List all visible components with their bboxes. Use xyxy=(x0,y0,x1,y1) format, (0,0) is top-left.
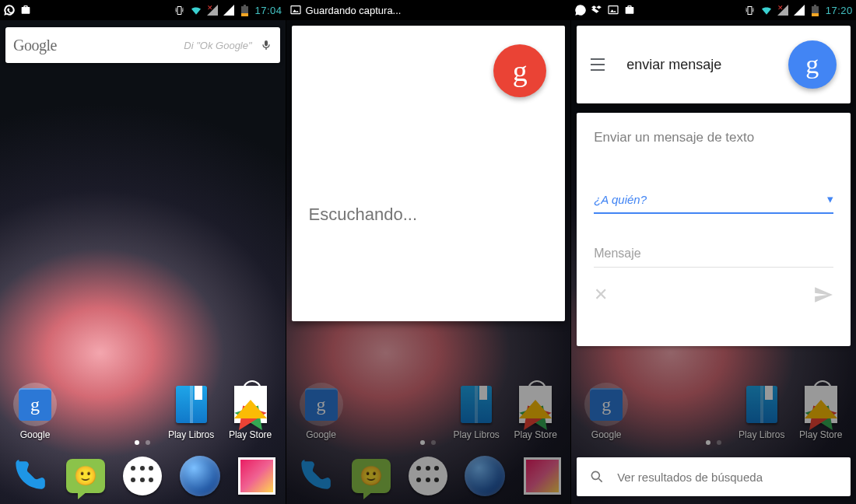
signal-x-icon: ✕ xyxy=(777,4,789,16)
app-play-store[interactable]: Play Store xyxy=(221,383,280,440)
send-icon[interactable] xyxy=(813,285,833,305)
signal-icon xyxy=(223,4,235,16)
voice-listening-card: g Escuchando... xyxy=(292,26,566,321)
briefcase-icon xyxy=(623,4,636,16)
dock-messaging[interactable]: 🙂 xyxy=(65,455,107,497)
wifi-icon xyxy=(760,4,773,16)
status-title: Guardando captura... xyxy=(306,5,402,16)
app-label: Google xyxy=(20,429,51,440)
svg-rect-10 xyxy=(814,5,816,6)
google-search-widget[interactable]: Google Di "Ok Google" xyxy=(5,27,280,63)
image-icon xyxy=(289,4,302,16)
status-clock: 17:20 xyxy=(826,5,853,16)
status-bar: ✕ 17:20 xyxy=(571,0,856,20)
app-google-folder[interactable]: g Google xyxy=(5,383,65,440)
svg-rect-2 xyxy=(241,13,248,16)
google-voice-fab[interactable]: g xyxy=(788,40,837,89)
dropdown-arrow-icon: ▾ xyxy=(827,192,833,206)
svg-rect-4 xyxy=(291,6,300,14)
svg-rect-6 xyxy=(748,6,752,14)
close-icon[interactable]: ✕ xyxy=(594,285,608,305)
svg-point-11 xyxy=(592,471,600,479)
home-app-row: g Google Play Libros Play Store xyxy=(0,350,286,440)
whatsapp-icon xyxy=(3,4,16,16)
signal-x-icon: ✕ xyxy=(206,4,219,16)
status-bar: ✕ 17:04 xyxy=(0,0,286,20)
compose-heading: Enviar un mensaje de texto xyxy=(594,130,833,145)
wifi-icon xyxy=(190,4,202,16)
hamburger-menu-icon[interactable] xyxy=(591,55,609,74)
results-label: Ver resultados de búsqueda xyxy=(617,471,763,484)
search-icon xyxy=(589,469,605,485)
whatsapp-icon xyxy=(574,4,587,16)
battery-icon xyxy=(239,4,251,16)
dock-phone[interactable] xyxy=(8,455,50,497)
vibrate-icon xyxy=(174,4,186,16)
page-indicator xyxy=(0,440,286,445)
google-now-header: enviar mensaje g xyxy=(577,26,851,103)
google-voice-fab[interactable]: g xyxy=(493,44,546,97)
dock-apps-drawer[interactable] xyxy=(121,455,163,497)
screenshot-3: ✕ 17:20 enviar mensaje g Enviar un mensa… xyxy=(570,0,856,504)
listening-label: Escuchando... xyxy=(309,205,417,225)
status-clock: 17:04 xyxy=(255,5,282,16)
search-results-bar[interactable]: Ver resultados de búsqueda xyxy=(577,457,851,496)
vibrate-icon xyxy=(744,4,756,16)
image-icon xyxy=(607,4,619,16)
signal-icon xyxy=(793,4,805,16)
message-placeholder: Mensaje xyxy=(594,247,640,260)
recipient-placeholder: ¿A quién? xyxy=(594,193,647,206)
screenshot-2: Guardando captura... g Escuchando... g G… xyxy=(286,0,571,504)
recipient-field[interactable]: ¿A quién? ▾ xyxy=(594,187,833,214)
google-logo: Google xyxy=(13,37,57,54)
now-query-text[interactable]: enviar mensaje xyxy=(626,57,788,73)
search-hint: Di "Ok Google" xyxy=(57,40,252,51)
dropbox-icon xyxy=(591,4,603,16)
compose-sms-card: Enviar un mensaje de texto ¿A quién? ▾ M… xyxy=(577,113,851,346)
mic-icon[interactable] xyxy=(260,37,272,54)
screenshot-1: ✕ 17:04 Google Di "Ok Google" g Google P… xyxy=(0,0,286,504)
message-field[interactable]: Mensaje xyxy=(594,247,833,268)
app-label: Play Store xyxy=(229,429,272,440)
app-play-books[interactable]: Play Libros xyxy=(162,383,221,440)
status-bar: Guardando captura... xyxy=(286,0,571,20)
svg-rect-3 xyxy=(244,5,246,6)
app-label: Play Libros xyxy=(168,429,214,440)
svg-rect-9 xyxy=(812,13,819,16)
dock: 🙂 xyxy=(0,448,286,504)
svg-rect-5 xyxy=(609,6,618,14)
briefcase-icon xyxy=(19,4,32,16)
battery-icon xyxy=(809,4,822,16)
dock-gallery[interactable] xyxy=(236,455,278,497)
dock-browser[interactable] xyxy=(179,455,221,497)
